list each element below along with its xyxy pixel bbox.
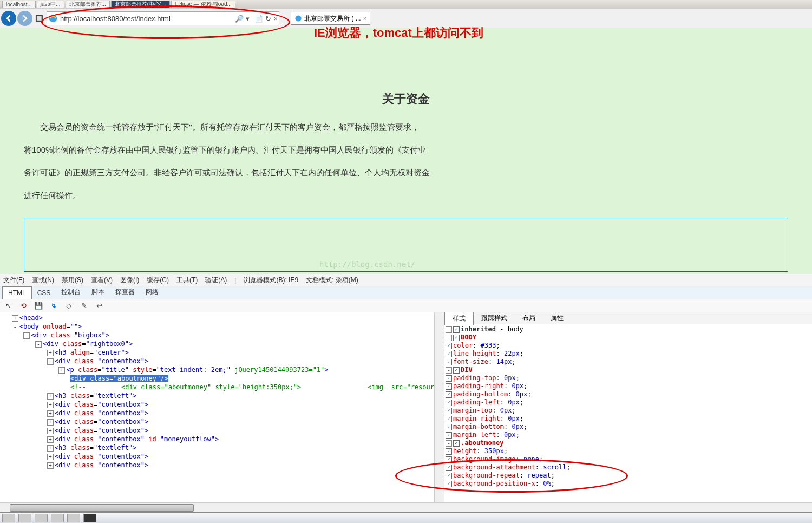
forward-button[interactable] (17, 11, 32, 26)
rtab-trace[interactable]: 跟踪样式 (474, 312, 515, 324)
stop-icon[interactable]: × (273, 15, 278, 23)
refresh-icon[interactable]: ↻ (265, 15, 271, 23)
ie-logo-icon (48, 14, 58, 23)
page-paragraph: 务许可证》的正规第三方支付公司。非经客户许可或司法确认，包括汇付天下在内的任何单… (24, 161, 788, 184)
page-paragraph: 进行任何操作。 (24, 184, 788, 207)
page-paragraph: 将100%比例的备付金存放在由中国人民银行监管下的银行账户内。汇付天下是拥有中国… (24, 139, 788, 161)
devtools-menu: 文件(F) 查找(N) 禁用(S) 查看(V) 图像(I) 缓存(C) 工具(T… (0, 274, 812, 286)
os-taskbar (0, 512, 812, 523)
style-rules[interactable]: -✓inherited - body -✓BODY ✓color: #333; … (444, 324, 812, 502)
watermark-text: http://blog.csdn.net/ (319, 260, 415, 269)
url-input[interactable] (60, 15, 233, 23)
menu-tools[interactable]: 工具(T) (176, 276, 198, 285)
back-button[interactable] (1, 11, 16, 26)
tab-title: 北京邮票交易所 ( ... (304, 14, 361, 23)
menu-find[interactable]: 查找(N) (32, 276, 54, 285)
search-icon[interactable]: 🔎 (235, 15, 244, 23)
rtab-attrs[interactable]: 属性 (543, 312, 571, 324)
arrow-left-icon (5, 15, 12, 22)
window-tab[interactable]: localhost... (2, 1, 36, 8)
window-tab[interactable]: 北京邮票推荐... (66, 1, 110, 8)
browser-mode[interactable]: 浏览器模式(B): IE9 (244, 276, 298, 285)
horizontal-scrollbar[interactable] (0, 502, 812, 512)
svg-point-1 (295, 15, 301, 21)
sync-tool-icon[interactable]: ↯ (49, 301, 58, 311)
menu-view[interactable]: 查看(V) (91, 276, 113, 285)
favicon-icon (294, 15, 302, 22)
taskbar-item[interactable] (2, 514, 15, 522)
collapse-icon[interactable]: - (12, 324, 18, 330)
page-paragraph: 交易会员的资金统一托管存放于"汇付天下"。所有托管存放在汇付天下的客户资金，都严… (24, 116, 788, 139)
wrap-tool-icon[interactable]: ↩ (94, 301, 104, 311)
taskbar-item[interactable] (35, 514, 48, 522)
tab-console[interactable]: 控制台 (56, 285, 86, 299)
save-tool-icon[interactable]: 💾 (34, 301, 43, 311)
address-bar[interactable]: 🔎 ▾ 📄 ↻ × (47, 11, 279, 25)
taskbar-item[interactable] (83, 514, 96, 522)
devtools-toolbar: ↖ ⟲ 💾 ↯ ◇ ✎ ↩ (0, 299, 812, 312)
tab-profiler[interactable]: 探查器 (110, 285, 140, 299)
tab-close-button[interactable]: × (363, 15, 366, 22)
menu-image[interactable]: 图像(I) (120, 276, 139, 285)
window-tab[interactable]: java中... (37, 1, 64, 8)
box-tool-icon[interactable]: ◇ (64, 301, 74, 311)
styles-pane: 样式 跟踪样式 布局 属性 -✓inherited - body -✓BODY … (444, 312, 812, 502)
annotation-text: IE浏览器，tomcat上都访问不到 (314, 25, 483, 41)
doc-mode[interactable]: 文档模式: 杂项(M) (306, 276, 358, 285)
arrow-right-icon (21, 15, 29, 22)
expand-icon[interactable]: + (12, 315, 18, 322)
tree-scrollbar[interactable] (434, 312, 444, 502)
devtools-tabs: HTML CSS 控制台 脚本 探查器 网络 (0, 286, 812, 299)
taskbar-item[interactable] (18, 514, 31, 522)
tab-network[interactable]: 网络 (140, 285, 164, 299)
os-window-tabs: localhost... java中... 北京邮票推荐... 北京邮票推荐(中… (0, 0, 812, 9)
rtab-layout[interactable]: 布局 (515, 312, 543, 324)
menu-validate[interactable]: 验证(A) (205, 276, 227, 285)
menu-disable[interactable]: 禁用(S) (62, 276, 83, 285)
dropdown-icon[interactable]: ▾ (246, 15, 250, 23)
window-tab[interactable]: 北京邮票推荐(中心)... (111, 1, 170, 8)
page-heading: 关于资金 (24, 88, 788, 110)
tab-script[interactable]: 脚本 (86, 285, 110, 299)
scrollbar-thumb[interactable] (10, 504, 194, 512)
devtools-panel: 文件(F) 查找(N) 禁用(S) 查看(V) 图像(I) 缓存(C) 工具(T… (0, 274, 812, 512)
pointer-tool-icon[interactable]: ↖ (3, 301, 13, 311)
taskbar-item[interactable] (51, 514, 64, 522)
rtab-styles[interactable]: 样式 (444, 312, 474, 325)
page-viewport: 关于资金 交易会员的资金统一托管存放于"汇付天下"。所有托管存放在汇付天下的客户… (0, 28, 812, 274)
edit-tool-icon[interactable]: ✎ (79, 301, 89, 311)
tab-html[interactable]: HTML (2, 286, 32, 299)
dom-tree[interactable]: +<head> -<body onload=""> -<div class="b… (0, 312, 434, 502)
rule-checkbox[interactable]: ✓ (453, 326, 460, 333)
menu-file[interactable]: 文件(F) (3, 276, 24, 285)
menu-cache[interactable]: 缓存(C) (147, 276, 169, 285)
taskbar-item[interactable] (67, 514, 80, 522)
selected-node[interactable]: <div class="aboutmoney"/> (70, 375, 168, 382)
browser-tab[interactable]: 北京邮票交易所 ( ... × (291, 12, 370, 25)
window-tab[interactable]: Eclipse — 依赖与load... (171, 1, 235, 8)
compat-icon[interactable]: 📄 (254, 15, 263, 23)
app-indicator-icon: 🔲 (35, 14, 43, 23)
tab-css[interactable]: CSS (32, 287, 56, 299)
refresh-tool-icon[interactable]: ⟲ (18, 301, 28, 311)
